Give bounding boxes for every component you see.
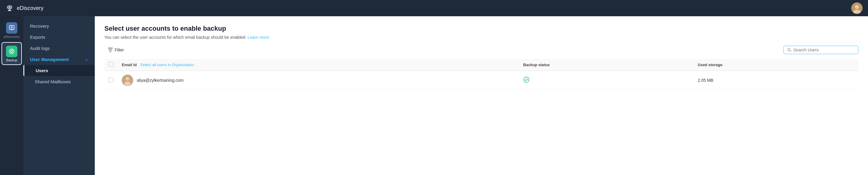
- toolbar: Filter: [104, 46, 859, 54]
- backup-status-icon: [523, 78, 530, 84]
- th-used-storage: Used storage: [693, 59, 859, 71]
- nav-item-exports[interactable]: Exports: [23, 31, 95, 43]
- sidebar-nav: Recovery Exports Audit logs User Managem…: [23, 16, 95, 175]
- nav-users-label: Users: [36, 68, 48, 73]
- nav-item-audit-logs[interactable]: Audit logs: [23, 43, 95, 54]
- table-row: aliya@zylkertraining.com 2.05 MB: [104, 71, 859, 90]
- nav-shared-mailboxes-label: Shared Mailboxes: [35, 79, 71, 84]
- top-bar: eDiscovery: [0, 0, 868, 16]
- app-logo: eDiscovery: [5, 4, 43, 12]
- ediscovery-label: eDiscovery: [4, 35, 20, 39]
- user-row-avatar: [122, 75, 133, 86]
- nav-audit-label: Audit logs: [30, 46, 50, 51]
- nav-item-recovery[interactable]: Recovery: [23, 21, 95, 31]
- filter-label: Filter: [115, 48, 124, 52]
- svg-point-10: [11, 27, 12, 28]
- used-storage-value: 2.05 MB: [698, 78, 713, 83]
- nav-item-user-management[interactable]: User Management ⌄: [23, 54, 95, 65]
- select-all-link[interactable]: Select all users in Organization: [140, 62, 194, 67]
- select-all-checkbox[interactable]: [108, 62, 113, 67]
- app-title: eDiscovery: [17, 5, 43, 11]
- search-icon: [787, 48, 791, 52]
- svg-rect-9: [9, 26, 14, 29]
- avatar-svg: [122, 75, 133, 86]
- page-subtitle: You can select the user accounts for whi…: [104, 35, 859, 40]
- ediscovery-icon-circle: [6, 22, 18, 34]
- svg-point-3: [9, 7, 10, 8]
- row-checkbox[interactable]: [108, 78, 113, 82]
- layout: eDiscovery Backup Recovery Exports Audit…: [0, 16, 868, 175]
- user-avatar[interactable]: [851, 2, 863, 14]
- main-content: Select user accounts to enable backup Yo…: [95, 16, 868, 175]
- row-email-cell: aliya@zylkertraining.com: [118, 71, 519, 90]
- sidebar-icons: eDiscovery Backup: [0, 16, 23, 175]
- svg-point-18: [126, 77, 129, 81]
- row-checkbox-cell: [104, 71, 118, 90]
- sidebar-icon-backup[interactable]: Backup: [1, 42, 22, 65]
- email-cell: aliya@zylkertraining.com: [122, 75, 515, 86]
- backup-icon-circle: [6, 46, 18, 57]
- svg-rect-5: [8, 10, 11, 11]
- filter-button[interactable]: Filter: [104, 46, 127, 54]
- table-body: aliya@zylkertraining.com 2.05 MB: [104, 71, 859, 90]
- user-email: aliya@zylkertraining.com: [137, 78, 184, 83]
- nav-recovery-label: Recovery: [30, 23, 49, 29]
- logo-icon: [5, 4, 14, 12]
- check-circle-icon: [523, 76, 530, 83]
- ediscovery-icon: [8, 25, 15, 31]
- subtitle-text: You can select the user accounts for whi…: [104, 35, 246, 40]
- chevron-down-icon: ⌄: [85, 57, 88, 61]
- th-backup-status: Backup status: [519, 59, 693, 71]
- search-box: [783, 46, 859, 54]
- th-checkbox: [104, 59, 118, 71]
- learn-more-link[interactable]: Learn more: [247, 35, 269, 40]
- page-title: Select user accounts to enable backup: [104, 25, 859, 32]
- users-table: Email Id Select all users in Organizatio…: [104, 59, 859, 90]
- sidebar-icon-ediscovery[interactable]: eDiscovery: [1, 19, 22, 41]
- nav-item-shared-mailboxes[interactable]: Shared Mailboxes: [23, 76, 95, 87]
- svg-line-16: [790, 51, 791, 51]
- table-header: Email Id Select all users in Organizatio…: [104, 59, 859, 71]
- search-input[interactable]: [793, 48, 855, 52]
- nav-item-users[interactable]: Users: [23, 65, 95, 76]
- filter-icon: [108, 48, 113, 52]
- th-email: Email Id Select all users in Organizatio…: [118, 59, 519, 71]
- row-backup-status-cell: [519, 71, 693, 90]
- backup-icon: [8, 48, 15, 55]
- nav-user-mgmt-label: User Management: [30, 57, 69, 62]
- avatar-image: [851, 2, 863, 14]
- nav-exports-label: Exports: [30, 34, 45, 40]
- svg-point-7: [855, 5, 859, 9]
- row-storage-cell: 2.05 MB: [693, 71, 859, 90]
- svg-point-20: [524, 77, 529, 82]
- svg-point-13: [9, 49, 14, 54]
- th-email-label: Email Id: [122, 62, 137, 67]
- svg-point-19: [124, 81, 130, 86]
- backup-label: Backup: [6, 58, 18, 62]
